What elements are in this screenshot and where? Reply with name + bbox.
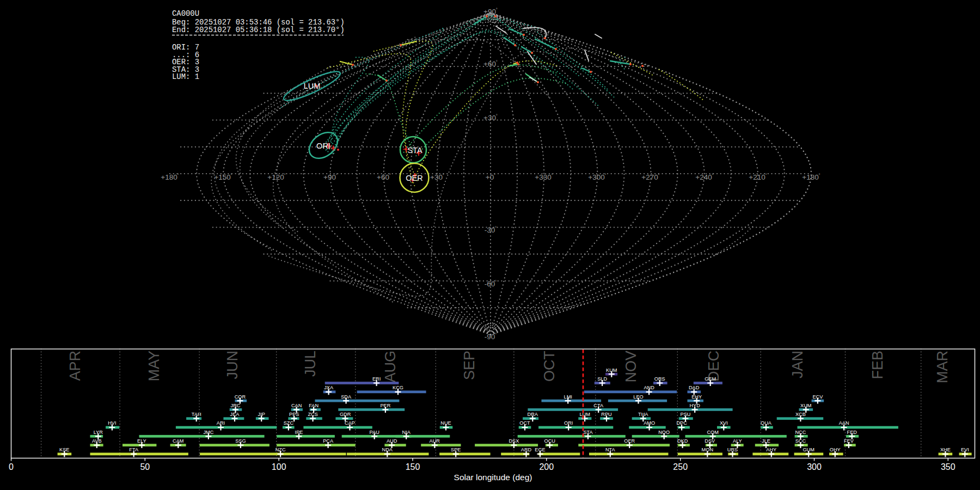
svg-text:PAU: PAU	[370, 430, 379, 435]
svg-text:+300˚: +300˚	[588, 173, 606, 181]
svg-text:CAM: CAM	[173, 438, 183, 444]
svg-text:AVB: AVB	[92, 438, 102, 444]
svg-text:100: 100	[272, 462, 286, 471]
svg-text:+210˚: +210˚	[749, 173, 767, 181]
svg-text:ALY: ALY	[733, 438, 742, 444]
svg-text:300: 300	[807, 462, 822, 471]
svg-text:150: 150	[406, 462, 420, 471]
svg-text:LEO: LEO	[633, 394, 643, 400]
svg-text:NZC: NZC	[275, 447, 286, 452]
svg-text:SPE: SPE	[451, 447, 461, 452]
svg-text:250: 250	[673, 462, 688, 471]
svg-text:GUM: GUM	[803, 447, 814, 452]
svg-text:50: 50	[140, 462, 150, 471]
svg-text:JIP: JIP	[258, 412, 265, 417]
svg-text:+60˚: +60˚	[483, 60, 498, 68]
svg-text:SCC: SCC	[795, 438, 806, 444]
svg-text:GEM: GEM	[705, 376, 716, 382]
svg-text:GDR: GDR	[340, 412, 351, 417]
svg-text:OER: OER	[624, 438, 635, 444]
svg-text:JAN: JAN	[789, 351, 806, 378]
svg-text:0: 0	[9, 462, 14, 471]
svg-text:ECV: ECV	[812, 394, 823, 400]
svg-text:PCA: PCA	[323, 438, 334, 444]
svg-text:MAR: MAR	[934, 351, 951, 383]
svg-text:AUR: AUR	[430, 438, 440, 444]
svg-text:350: 350	[941, 462, 955, 471]
svg-text:200: 200	[539, 462, 554, 471]
svg-text:EGE: EGE	[535, 447, 545, 452]
svg-text:+30˚: +30˚	[430, 173, 444, 181]
svg-text:-30˚: -30˚	[485, 226, 497, 234]
svg-text:STA: STA	[583, 430, 593, 435]
svg-text:ORS: ORS	[654, 376, 665, 382]
svg-text:MAY: MAY	[146, 351, 162, 382]
svg-text:STA: STA	[407, 146, 422, 155]
svg-text:AAN: AAN	[839, 420, 849, 426]
svg-text:ORI: ORI	[564, 420, 573, 426]
svg-text:JUL: JUL	[302, 351, 318, 377]
svg-text:ERI: ERI	[372, 376, 381, 382]
svg-text:LYR: LYR	[94, 430, 103, 435]
svg-text:CAN: CAN	[291, 403, 302, 408]
svg-text:+180˚: +180˚	[802, 173, 820, 181]
svg-text:CAP: CAP	[345, 420, 355, 426]
svg-text:OCT: OCT	[541, 351, 558, 382]
svg-text:JXA: JXA	[324, 385, 334, 390]
svg-text:Solar longitude (deg): Solar longitude (deg)	[454, 473, 532, 482]
svg-text:XHE: XHE	[940, 447, 951, 452]
svg-text:JRC: JRC	[231, 403, 241, 408]
svg-text:End: 20251027 05:36:18 (sol =: End: 20251027 05:36:18 (sol = 213.70°)	[172, 26, 345, 34]
svg-text:SLD: SLD	[597, 376, 607, 382]
svg-text:+330˚: +330˚	[535, 173, 553, 181]
svg-text:OHY: OHY	[830, 447, 841, 452]
svg-text:CA000U: CA000U	[172, 9, 199, 18]
svg-text:SSG: SSG	[235, 438, 246, 444]
svg-text:NIA: NIA	[402, 430, 411, 435]
svg-text:URS: URS	[727, 447, 738, 452]
svg-text:TAH: TAH	[192, 412, 201, 417]
svg-text:+90˚: +90˚	[323, 173, 338, 181]
svg-text:OER: OER	[406, 174, 422, 182]
svg-text:PPS: PPS	[289, 412, 299, 417]
svg-text:EVI: EVI	[961, 447, 969, 452]
svg-text:ARD: ARD	[521, 447, 532, 452]
svg-text:+150˚: +150˚	[214, 173, 232, 181]
svg-text:LMI: LMI	[564, 394, 572, 400]
svg-text:OCU: OCU	[544, 438, 555, 444]
svg-text:QUA: QUA	[761, 420, 772, 426]
svg-text:KSE: KSE	[59, 447, 69, 452]
svg-text:NTA: NTA	[605, 447, 616, 452]
svg-text:XCB: XCB	[795, 412, 806, 417]
svg-text:+240˚: +240˚	[695, 173, 713, 181]
svg-text:APR: APR	[67, 351, 83, 381]
svg-text:FTA: FTA	[129, 447, 139, 452]
svg-text:+60˚: +60˚	[377, 173, 391, 181]
svg-text:AHY: AHY	[766, 447, 776, 452]
svg-text:EHY: EHY	[691, 394, 702, 400]
svg-text:SZC: SZC	[284, 420, 294, 426]
svg-text:FAN: FAN	[309, 403, 318, 408]
svg-text:DPC: DPC	[676, 420, 687, 426]
svg-text:NOO: NOO	[658, 430, 670, 435]
svg-text:ARI: ARI	[217, 420, 225, 426]
svg-text:JMC: JMC	[203, 430, 213, 435]
svg-text:SDA: SDA	[341, 394, 352, 400]
svg-text:DRA: DRA	[528, 412, 538, 417]
svg-text:AUD: AUD	[387, 438, 397, 444]
svg-text:NDA: NDA	[382, 447, 393, 452]
svg-text:AUG: AUG	[382, 351, 399, 383]
svg-text:THA: THA	[638, 412, 648, 417]
svg-text:-60˚: -60˚	[485, 280, 497, 288]
svg-text:DSV: DSV	[705, 438, 715, 444]
svg-text:AND: AND	[644, 385, 654, 390]
svg-text:RPU: RPU	[601, 412, 611, 417]
svg-text:NOV: NOV	[623, 351, 639, 383]
svg-text:LUM: LUM	[579, 412, 590, 417]
svg-text:FEV: FEV	[844, 438, 854, 444]
svg-text:+180˚: +180˚	[161, 173, 179, 181]
svg-text:+270˚: +270˚	[641, 173, 659, 181]
svg-text:JEA: JEA	[230, 412, 240, 417]
svg-text:ELY: ELY	[137, 438, 146, 444]
svg-text:SEP: SEP	[461, 351, 477, 380]
